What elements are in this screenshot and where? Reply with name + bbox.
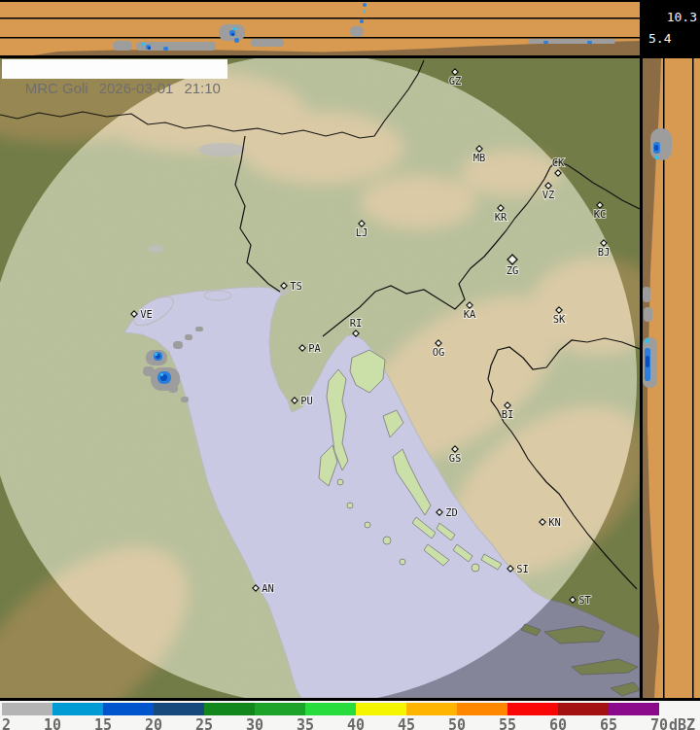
city-label-KC: KC: [594, 208, 607, 220]
city-label-ZG: ZG: [507, 264, 519, 276]
echo-blue: [543, 41, 548, 44]
colorbar-tick-label: 20: [145, 716, 162, 730]
echo-blue: [360, 19, 364, 23]
colorbar-segment: [255, 703, 305, 715]
echo-dark: [231, 33, 234, 36]
city-label-GS: GS: [449, 452, 462, 464]
colorbar-ticks: 210152025303540455055606570dBZ: [0, 716, 700, 730]
city-label-KR: KR: [495, 211, 508, 223]
echo-gray: [644, 307, 652, 322]
radar-id-and-timestamp: MRC Goli2026-03-0121:10: [2, 59, 228, 79]
echo-cyan: [364, 10, 366, 13]
top-height-gridline-5km: [0, 37, 640, 39]
echo-gray: [143, 366, 155, 376]
height-scale-box: 10.3 5.4: [640, 0, 700, 58]
city-label-PA: PA: [308, 342, 321, 354]
echo-blue: [363, 3, 367, 7]
echo-cyan: [646, 338, 648, 343]
city-label-GZ: GZ: [449, 75, 462, 87]
echo-gray: [528, 39, 615, 44]
city-label-MB: MB: [473, 152, 486, 163]
top-projection-svg: [0, 0, 640, 58]
colorbar-segment: [609, 703, 659, 715]
city-label-ST: ST: [578, 594, 591, 606]
echo-cyan: [233, 27, 236, 30]
radar-coverage-circle: [0, 58, 637, 698]
city-label-SK: SK: [553, 313, 566, 325]
right-projection-panel: [640, 58, 700, 698]
echo-dark: [654, 145, 658, 151]
colorbar-tick-label: 25: [195, 716, 213, 730]
top-projection-panel: [0, 0, 640, 58]
colorbar-segment: [103, 703, 154, 715]
right-panel-left-border: [640, 58, 643, 698]
colorbar-segment: [558, 703, 609, 715]
colorbar-tick-label: 35: [297, 716, 314, 730]
city-label-VE: VE: [140, 308, 153, 320]
echo-gray: [168, 385, 178, 393]
colorbar-tick-label: 30: [246, 716, 263, 730]
echo-cyan: [142, 43, 145, 46]
colorbar-tick-label: 45: [398, 716, 415, 730]
colorbar-segment: [406, 703, 457, 715]
right-projection-svg: [640, 58, 700, 698]
colorbar-segments: [0, 703, 700, 715]
colorbar-segment: [457, 703, 508, 715]
echo-gray: [113, 41, 132, 51]
city-label-TS: TS: [290, 280, 302, 292]
city-label-PU: PU: [300, 395, 313, 406]
city-label-VZ: VZ: [542, 189, 555, 200]
city-label-AN: AN: [262, 582, 274, 594]
city-label-KN: KN: [548, 516, 561, 528]
echo-gray: [185, 334, 192, 340]
colorbar-segment: [2, 703, 52, 715]
radar-display: 10.3 5.4: [0, 0, 700, 730]
echo-cyan: [155, 353, 158, 356]
colorbar-unit-label: dBZ: [669, 716, 695, 730]
colorbar-tick-label: 55: [499, 716, 516, 730]
height-label-upper: 10.3: [667, 10, 697, 24]
echo-gray: [350, 26, 364, 37]
city-label-BI: BI: [502, 408, 514, 420]
colorbar-segment: [204, 703, 255, 715]
city-label-OG: OG: [433, 346, 445, 358]
echo-gray: [181, 397, 189, 402]
city-label-ZD: ZD: [445, 506, 458, 518]
colorbar-tick-label: 50: [448, 716, 466, 730]
colorbar-segment: [508, 703, 558, 715]
right-height-gridline-10km: [692, 58, 694, 698]
radar-map: GZMBCKVZKRKCLJBJZGTSVEKASKRIOGPAPUBIGSZD…: [0, 58, 640, 698]
colorbar-tick-label: 70: [650, 716, 668, 730]
echo-gray: [195, 327, 203, 331]
radar-map-svg: GZMBCKVZKRKCLJBJZGTSVEKASKRIOGPAPUBIGSZD…: [0, 58, 640, 698]
echo-blue: [234, 38, 239, 43]
colorbar-tick-label: 15: [94, 716, 112, 730]
colorbar-tick-label: 2: [2, 716, 11, 730]
echo-gray: [173, 341, 183, 349]
city-label-RI: RI: [350, 317, 363, 329]
height-label-lower: 5.4: [648, 31, 671, 46]
city-label-CK: CK: [552, 156, 565, 168]
echo-gray: [251, 39, 284, 47]
reflectivity-scale: 210152025303540455055606570dBZ: [0, 698, 700, 730]
city-label-KA: KA: [464, 308, 476, 320]
echo-cyan: [655, 156, 658, 159]
colorbar-segment: [305, 703, 356, 715]
colorbar-segment: [52, 703, 103, 715]
city-label-SI: SI: [516, 563, 529, 574]
colorbar-tick-label: 40: [347, 716, 365, 730]
top-height-gridline-10km: [0, 17, 640, 19]
colorbar-segment: [154, 703, 204, 715]
colorbar-tick-label: 10: [44, 716, 61, 730]
scan-time: 21:10: [184, 80, 221, 96]
echo-cyan: [160, 373, 163, 376]
colorbar-segment: [356, 703, 406, 715]
colorbar-tick-label: 60: [549, 716, 567, 730]
city-label-LJ: LJ: [356, 226, 368, 238]
city-label-BJ: BJ: [598, 246, 611, 258]
echo-blue: [163, 47, 168, 51]
echo-gray: [643, 287, 650, 302]
scan-date: 2026-03-01: [99, 80, 174, 96]
colorbar-tick-label: 65: [600, 716, 617, 730]
echo-blue: [587, 41, 592, 44]
